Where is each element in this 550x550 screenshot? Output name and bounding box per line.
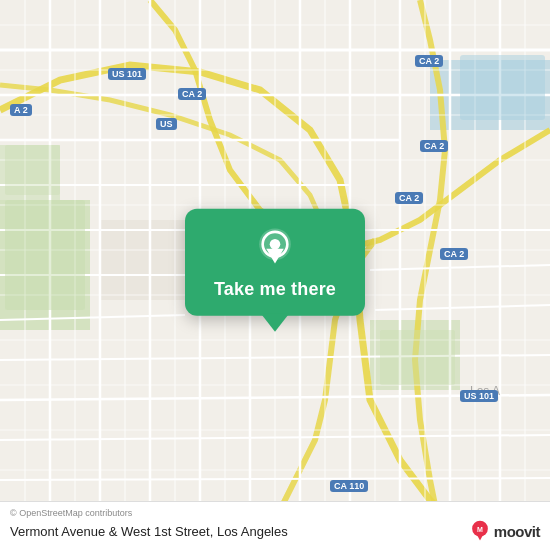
attribution: © OpenStreetMap contributors — [10, 508, 540, 518]
route-badge-ca2-3: CA 2 — [420, 140, 448, 152]
moovit-logo: M moovit — [469, 520, 540, 542]
svg-rect-54 — [5, 200, 85, 310]
svg-text:M: M — [477, 526, 483, 533]
moovit-brand-label: moovit — [494, 523, 540, 540]
svg-rect-57 — [380, 330, 455, 385]
location-pin-icon — [253, 227, 297, 271]
route-badge-us101-3: US 101 — [460, 390, 498, 402]
moovit-icon: M — [469, 520, 491, 542]
svg-point-61 — [270, 239, 281, 250]
svg-marker-65 — [476, 533, 484, 540]
route-badge-ca2-4: CA 2 — [395, 192, 423, 204]
route-badge-us-2: US — [156, 118, 177, 130]
svg-rect-55 — [5, 145, 60, 195]
route-badge-ca2-1: CA 2 — [178, 88, 206, 100]
map-container: Los A US 101 US CA 2 CA 2 CA 2 CA 2 CA 2… — [0, 0, 550, 550]
svg-rect-56 — [460, 55, 545, 120]
address-text: Vermont Avenue & West 1st Street, Los An… — [10, 524, 288, 539]
route-badge-us101-1: US 101 — [108, 68, 146, 80]
route-badge-ca2-2: CA 2 — [415, 55, 443, 67]
info-bar: © OpenStreetMap contributors Vermont Ave… — [0, 501, 550, 550]
route-badge-ca110: CA 110 — [330, 480, 368, 492]
take-me-there-card[interactable]: Take me there — [185, 209, 365, 316]
route-badge-a2: A 2 — [10, 104, 32, 116]
route-badge-ca2-5: CA 2 — [440, 248, 468, 260]
take-me-there-label: Take me there — [214, 279, 336, 300]
